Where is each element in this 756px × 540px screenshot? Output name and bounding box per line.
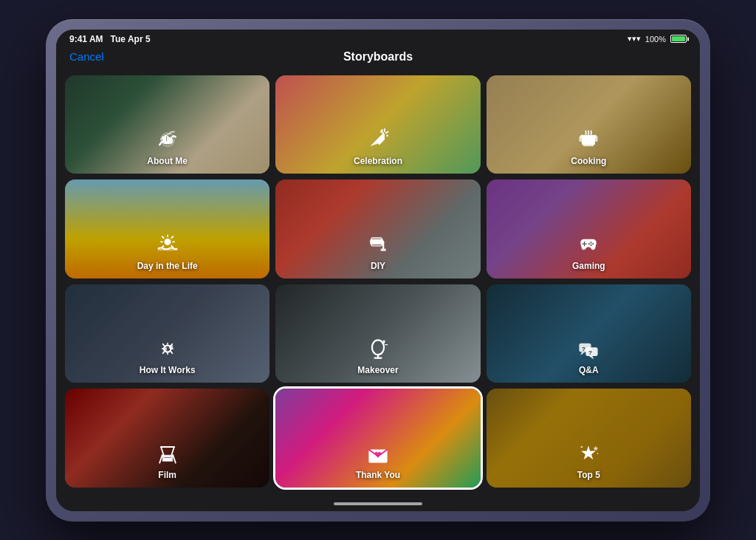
home-indicator: [56, 496, 700, 511]
svg-line-52: [161, 447, 164, 455]
svg-line-4: [381, 131, 384, 133]
svg-line-53: [171, 447, 174, 455]
gamepad-icon: [575, 231, 602, 258]
cooking-label: Cooking: [571, 156, 606, 166]
svg-point-36: [372, 340, 384, 355]
grid-item-thank-you[interactable]: Thank You: [275, 389, 480, 488]
grid-item-how-it-works[interactable]: How It Works: [65, 284, 269, 383]
svg-point-7: [381, 129, 383, 131]
svg-line-15: [171, 236, 173, 238]
battery-percent: 100%: [645, 35, 666, 44]
svg-text:?: ?: [582, 346, 585, 352]
makeover-label: Makeover: [357, 365, 398, 375]
roller-icon: [365, 231, 391, 258]
party-icon: [365, 126, 391, 153]
wifi-icon: ▾▾▾: [628, 34, 641, 44]
svg-point-13: [164, 238, 171, 245]
grid-item-qa[interactable]: ? ? Q&A: [487, 284, 691, 383]
home-bar: [334, 502, 422, 505]
svg-line-17: [171, 245, 173, 247]
battery-icon: [670, 35, 687, 43]
grid-item-celebration[interactable]: Celebration: [275, 75, 480, 174]
svg-line-51: [173, 454, 176, 462]
wave-icon: [154, 126, 181, 153]
grid-item-gaming[interactable]: Gaming: [487, 180, 691, 278]
svg-point-30: [592, 242, 594, 245]
svg-rect-10: [580, 137, 583, 142]
svg-line-5: [386, 131, 388, 133]
svg-point-31: [591, 244, 593, 246]
about-me-label: About Me: [147, 156, 188, 166]
envelope-icon: [365, 440, 391, 467]
svg-rect-11: [595, 137, 598, 142]
grid-item-makeover[interactable]: Makeover: [275, 284, 480, 383]
svg-text:?: ?: [588, 349, 592, 356]
day-in-life-label: Day in the Life: [137, 261, 198, 271]
svg-rect-34: [162, 347, 166, 351]
svg-rect-26: [381, 248, 386, 251]
grid-item-cooking[interactable]: Cooking: [487, 75, 691, 174]
top5-label: Top 5: [577, 470, 600, 480]
svg-marker-59: [594, 445, 599, 451]
grid-item-film[interactable]: Film: [65, 389, 269, 488]
sun-icon: [154, 231, 181, 258]
grid-item-day-in-life[interactable]: Day in the Life: [65, 180, 269, 278]
svg-point-32: [588, 242, 591, 245]
svg-line-18: [162, 245, 163, 247]
film-label: Film: [158, 470, 176, 480]
storyboard-grid: About Me Celebration: [56, 69, 700, 496]
grid-item-top5[interactable]: Top 5: [487, 389, 691, 488]
svg-point-60: [581, 445, 583, 448]
speech-icon: ? ?: [575, 335, 602, 362]
status-right: ▾▾▾ 100%: [628, 34, 687, 44]
star-icon: [575, 440, 602, 467]
thank-you-label: Thank You: [356, 470, 400, 480]
svg-point-61: [597, 453, 599, 454]
svg-rect-55: [164, 456, 171, 460]
grid-item-diy[interactable]: DIY: [275, 180, 480, 278]
svg-line-20: [162, 236, 163, 238]
svg-rect-9: [581, 135, 597, 138]
nav-bar: Cancel Storyboards: [56, 47, 700, 69]
diy-label: DIY: [371, 261, 385, 271]
director-icon: [154, 440, 181, 467]
qa-label: Q&A: [579, 365, 599, 375]
celebration-label: Celebration: [354, 156, 402, 166]
how-it-works-label: How It Works: [140, 365, 196, 375]
page-title: Storyboards: [343, 50, 413, 64]
svg-rect-12: [583, 145, 594, 146]
cancel-button[interactable]: Cancel: [69, 50, 104, 63]
ipad-screen: 9:41 AM Tue Apr 5 ▾▾▾ 100% Cancel Storyb…: [56, 30, 700, 511]
svg-point-6: [386, 134, 388, 137]
svg-marker-47: [589, 356, 594, 360]
ipad-device: 9:41 AM Tue Apr 5 ▾▾▾ 100% Cancel Storyb…: [46, 19, 710, 522]
gaming-label: Gaming: [572, 261, 605, 271]
date-display: Tue Apr 5: [111, 34, 151, 44]
settings-icon: [154, 335, 181, 362]
status-time: 9:41 AM Tue Apr 5: [69, 34, 151, 44]
time-display: 9:41 AM: [69, 34, 103, 44]
mirror-icon: [365, 335, 391, 362]
svg-rect-35: [168, 346, 172, 349]
svg-point-29: [591, 241, 593, 243]
grid-item-about-me[interactable]: About Me: [65, 75, 269, 174]
svg-marker-44: [581, 352, 585, 356]
status-bar: 9:41 AM Tue Apr 5 ▾▾▾ 100%: [56, 30, 700, 47]
svg-line-50: [159, 454, 162, 462]
pot-icon: [575, 126, 602, 153]
